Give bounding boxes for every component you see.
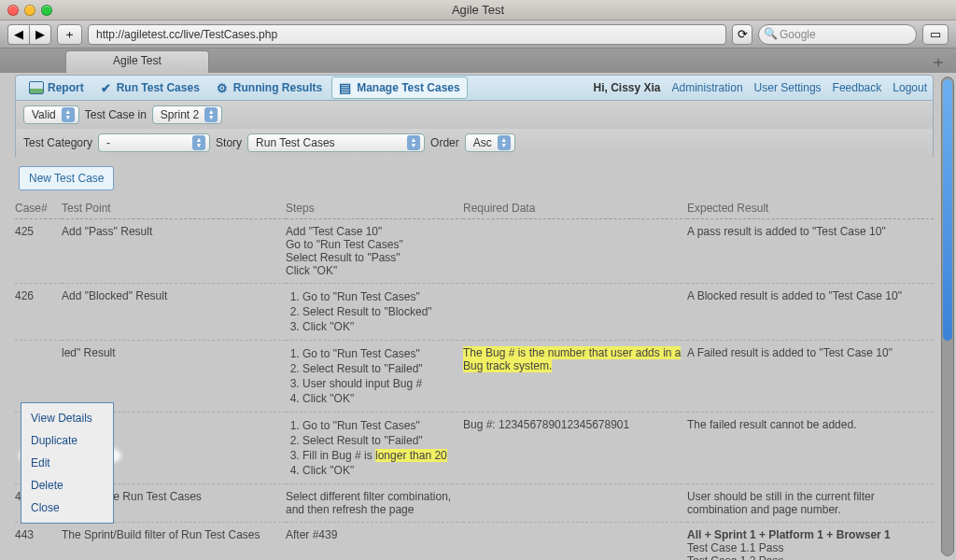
new-tab-button[interactable]: ＋ [930,49,956,73]
ctx-view-details[interactable]: View Details [21,407,113,429]
table-row[interactable]: 425Add "Pass" ResultAdd "Test Case 10"Go… [15,219,934,284]
ctx-edit[interactable]: Edit [21,452,113,474]
nav-running-results[interactable]: Running Results [209,77,330,99]
window-title: Agile Test [0,3,956,17]
context-menu: View Details Duplicate Edit Delete Close [21,402,114,524]
label-test-case-in: Test Case in [85,108,147,121]
table-row[interactable]: gth of bugGo to "Run Test Cases"Select R… [15,413,934,484]
table-row[interactable]: led" ResultGo to "Run Test Cases"Select … [15,341,934,413]
nav-report[interactable]: Report [21,77,91,98]
required-data-cell [463,523,687,561]
filter-story-select[interactable]: Run Test Cases▲▼ [247,133,425,152]
filter-category-select[interactable]: -▲▼ [98,133,210,152]
col-test-point: Test Point [62,198,286,219]
expected-result-cell: A Blocked result is added to "Test Case … [687,284,934,341]
nav-forward-button[interactable]: ▶ [29,24,51,45]
case-number[interactable] [15,341,62,413]
test-point-cell: Add "Pass" Result [62,219,286,284]
link-administration[interactable]: Administration [672,81,743,94]
link-user-settings[interactable]: User Settings [754,81,822,94]
expected-result-cell: User should be still in the current filt… [687,484,934,523]
required-data-cell [463,484,687,523]
table-row[interactable]: 426Add "Blocked" ResultGo to "Run Test C… [15,284,934,341]
link-logout[interactable]: Logout [893,81,927,94]
filter-sprint-select[interactable]: Sprint 2▲▼ [152,105,222,124]
table-row[interactable]: 435Refresh the Run Test CasesSelect diff… [15,484,934,523]
expected-result-cell: The failed result cannot be added. [687,413,934,484]
case-number[interactable]: 425 [15,219,62,284]
required-data-cell: Bug #: 123456789012345678901 [463,413,687,484]
label-story: Story [216,136,242,149]
greeting: Hi, Cissy Xia [593,81,660,94]
add-bookmark-button[interactable]: ＋ [57,24,82,45]
filter-order-select[interactable]: Asc▲▼ [465,133,515,152]
expected-result-cell: A Failed result is added to "Test Case 1… [687,341,934,413]
new-test-case-button[interactable]: New Test Case [19,166,114,190]
steps-cell: After #439 [286,523,463,561]
col-case: Case# [15,198,62,219]
nav-manage-test-cases[interactable]: Manage Test Cases [331,77,468,99]
col-expected-result: Expected Result [687,198,934,219]
case-number[interactable]: 443 [15,523,62,561]
table-row[interactable]: 443The Sprint/Build filter of Run Test C… [15,523,934,561]
steps-cell: Go to "Run Test Cases"Select Result to "… [286,284,463,341]
required-data-cell: The Bug # is the number that user adds i… [463,341,687,413]
case-number[interactable]: 426 [15,284,62,341]
url-field[interactable]: http://agiletest.cc/live/TestCases.php [88,24,726,45]
test-point-cell: led" Result [62,341,286,413]
expected-result-cell: All + Sprint 1 + Platform 1 + Browser 1T… [687,523,934,561]
steps-cell: Go to "Run Test Cases"Select Result to "… [286,413,463,484]
required-data-cell [463,284,687,341]
nav-back-button[interactable]: ◀ [7,24,29,45]
test-point-cell: Add "Blocked" Result [62,284,286,341]
toolbar-overflow-button[interactable]: ▭ [922,24,949,45]
col-required-data: Required Data [463,198,687,219]
steps-cell: Go to "Run Test Cases"Select Result to "… [286,341,463,413]
test-case-table: Case# Test Point Steps Required Data Exp… [15,198,934,560]
label-order: Order [430,136,459,149]
ctx-delete[interactable]: Delete [21,474,113,497]
link-feedback[interactable]: Feedback [833,81,882,94]
nav-run-test-cases[interactable]: Run Test Cases [93,77,207,99]
search-input[interactable]: Google [758,24,917,45]
ctx-close[interactable]: Close [21,497,113,519]
ctx-duplicate[interactable]: Duplicate [21,429,113,452]
vertical-scrollbar[interactable] [941,77,954,556]
expected-result-cell: A pass result is added to "Test Case 10" [687,219,934,284]
required-data-cell [463,219,687,284]
steps-cell: Select different filter combination, and… [286,484,463,523]
test-point-cell: The Sprint/Build filter of Run Test Case… [62,523,286,561]
filter-status-select[interactable]: Valid▲▼ [23,105,79,124]
col-steps: Steps [286,198,463,219]
reload-button[interactable]: ⟳ [732,24,752,45]
steps-cell: Add "Test Case 10"Go to "Run Test Cases"… [286,219,463,284]
browser-tab[interactable]: Agile Test [65,50,209,73]
label-test-category: Test Category [23,136,92,149]
